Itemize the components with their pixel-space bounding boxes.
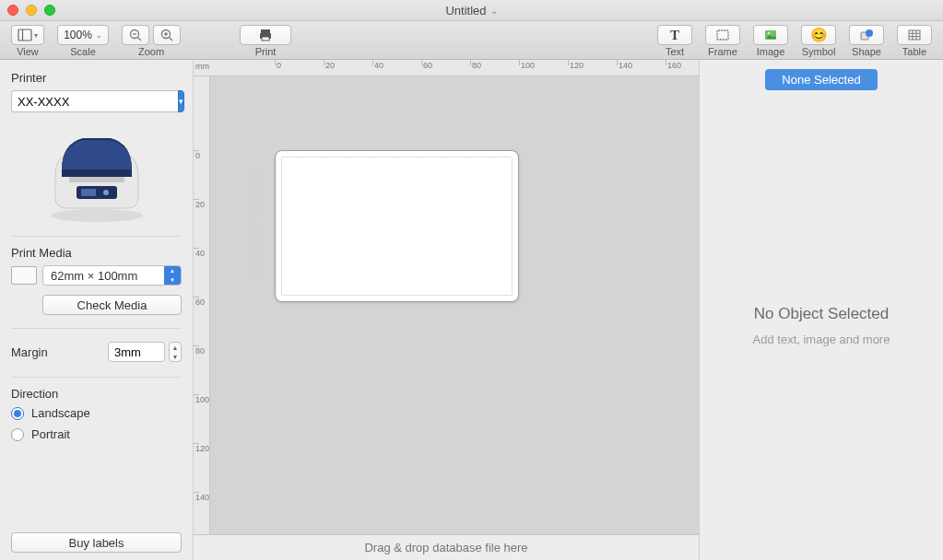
- selection-badge[interactable]: None Selected: [765, 69, 877, 90]
- toolbar-shape-group: Shape: [849, 25, 884, 57]
- scale-value: 100%: [64, 29, 92, 41]
- right-inspector: None Selected No Object Selected Add tex…: [699, 60, 943, 560]
- divider: [11, 377, 182, 378]
- frame-icon: [715, 28, 730, 42]
- zoom-out-button[interactable]: [122, 25, 149, 45]
- direction-heading: Direction: [11, 387, 182, 401]
- svg-point-25: [103, 190, 109, 195]
- buy-labels-label: Buy labels: [69, 536, 124, 550]
- print-button[interactable]: [240, 25, 291, 45]
- print-media-heading: Print Media: [11, 246, 182, 260]
- buy-labels-button[interactable]: Buy labels: [11, 532, 182, 553]
- toolbar-print-group: Print: [240, 25, 291, 57]
- insert-image-button[interactable]: [753, 25, 788, 45]
- svg-point-14: [768, 32, 771, 35]
- direction-landscape-option[interactable]: Landscape: [11, 406, 182, 420]
- insert-shape-button[interactable]: [849, 25, 884, 45]
- check-media-button[interactable]: Check Media: [42, 295, 182, 315]
- insert-table-button[interactable]: [897, 25, 932, 45]
- media-select-stepper[interactable]: ▲▼: [164, 266, 181, 285]
- landscape-label: Landscape: [31, 406, 90, 420]
- window-title[interactable]: Untitled ⌄: [0, 4, 943, 18]
- toolbar-symbol-group: 😊 Symbol: [801, 25, 836, 57]
- portrait-label: Portrait: [31, 427, 70, 441]
- radio-unchecked-icon: [11, 428, 24, 441]
- view-button[interactable]: ▾: [11, 25, 44, 45]
- margin-stepper[interactable]: ▲▼: [169, 342, 182, 362]
- svg-rect-24: [81, 189, 96, 196]
- svg-rect-0: [18, 29, 31, 41]
- selection-badge-text: None Selected: [782, 73, 860, 87]
- printer-dropdown-arrow[interactable]: ▾: [178, 90, 184, 112]
- toolbar-frame-group: Frame: [705, 25, 740, 57]
- ruler-unit: mm: [195, 62, 209, 71]
- radio-checked-icon: [11, 407, 24, 420]
- image-label: Image: [757, 46, 785, 57]
- svg-line-3: [138, 38, 142, 41]
- zoom-out-icon: [128, 28, 143, 42]
- titlebar: Untitled ⌄: [0, 0, 943, 21]
- database-drop-zone[interactable]: Drag & drop database file here: [194, 534, 699, 560]
- svg-rect-12: [717, 30, 728, 40]
- toolbar-zoom-group: Zoom: [122, 25, 181, 57]
- svg-rect-9: [261, 29, 270, 33]
- printer-select[interactable]: ▾: [11, 90, 182, 112]
- direction-portrait-option[interactable]: Portrait: [11, 427, 182, 441]
- canvas-area: mm 020406080100120140160 020406080100120…: [194, 60, 699, 560]
- ruler-horizontal: mm 020406080100120140160: [194, 60, 699, 76]
- printer-image: [41, 123, 152, 225]
- divider: [11, 236, 182, 237]
- margin-input[interactable]: [108, 342, 165, 362]
- divider: [11, 328, 182, 329]
- title-dropdown-icon: ⌄: [490, 6, 498, 16]
- svg-point-16: [866, 29, 873, 37]
- insert-symbol-button[interactable]: 😊: [801, 25, 836, 45]
- insert-text-button[interactable]: T: [657, 25, 692, 45]
- zoom-in-icon: [159, 28, 174, 42]
- svg-rect-11: [262, 37, 269, 41]
- inspector-subtitle: Add text, image and more: [753, 332, 890, 346]
- content: Printer ▾ Print Media 62mm × 100mm ▲▼: [0, 60, 943, 560]
- ruler-vertical: 020406080100120140: [194, 76, 210, 534]
- media-size-value: 62mm × 100mm: [51, 269, 137, 283]
- text-label: Text: [666, 46, 684, 57]
- symbol-label: Symbol: [802, 46, 836, 57]
- shape-label: Shape: [852, 46, 881, 57]
- workspace[interactable]: 62mm × 100mm: [210, 76, 699, 534]
- toolbar-scale-group: 100% ⌄ Scale: [57, 25, 109, 57]
- svg-point-22: [51, 209, 143, 222]
- toolbar-table-group: Table: [897, 25, 932, 57]
- smiley-icon: 😊: [810, 27, 828, 43]
- drop-hint-text: Drag & drop database file here: [364, 541, 527, 554]
- chevron-down-icon: ⌄: [96, 31, 102, 40]
- scale-dropdown[interactable]: 100% ⌄: [57, 25, 109, 45]
- check-media-label: Check Media: [77, 298, 147, 312]
- svg-rect-17: [909, 30, 920, 40]
- zoom-in-button[interactable]: [153, 25, 181, 45]
- frame-label: Frame: [708, 46, 737, 57]
- table-label: Table: [902, 46, 926, 57]
- inspector-title: No Object Selected: [754, 305, 889, 323]
- printer-select-value[interactable]: [11, 90, 178, 112]
- toolbar-text-group: T Text: [657, 25, 692, 57]
- scale-label: Scale: [70, 46, 96, 57]
- view-label: View: [17, 46, 39, 57]
- margin-heading: Margin: [11, 345, 48, 359]
- table-icon: [907, 28, 922, 42]
- label-canvas[interactable]: [275, 150, 519, 302]
- toolbar: ▾ View 100% ⌄ Scale Zoom: [0, 21, 943, 60]
- print-label: Print: [255, 46, 277, 57]
- left-sidebar: Printer ▾ Print Media 62mm × 100mm ▲▼: [0, 60, 194, 560]
- image-icon: [763, 28, 778, 42]
- window-title-text: Untitled: [445, 4, 486, 18]
- toolbar-image-group: Image: [753, 25, 788, 57]
- printer-icon: [258, 28, 273, 42]
- text-icon: T: [670, 28, 679, 43]
- label-dimension-text: 62mm × 100mm: [249, 169, 263, 274]
- svg-line-6: [170, 38, 173, 41]
- media-size-select[interactable]: 62mm × 100mm ▲▼: [42, 265, 182, 286]
- printer-heading: Printer: [11, 71, 182, 85]
- chevron-down-icon: ▾: [34, 31, 38, 40]
- svg-rect-26: [69, 177, 124, 182]
- insert-frame-button[interactable]: [705, 25, 740, 45]
